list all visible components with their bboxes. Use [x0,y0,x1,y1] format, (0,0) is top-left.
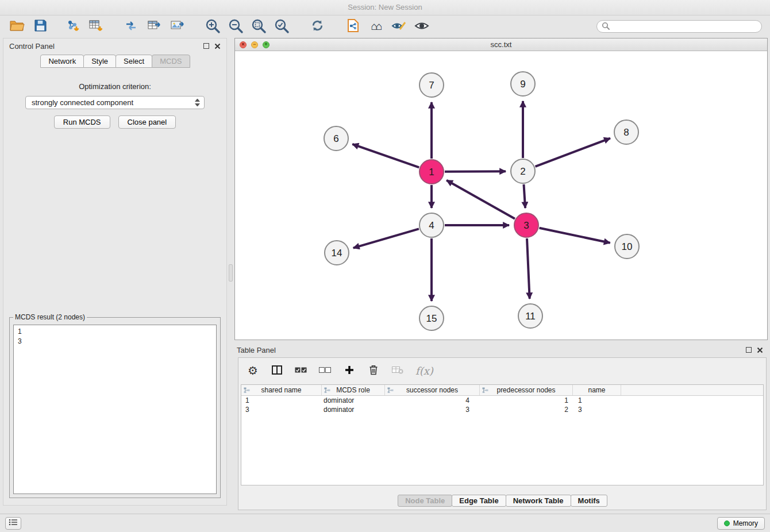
mcds-result-group: MCDS result (2 nodes) 1 3 [9,313,221,498]
close-table-panel-icon[interactable] [757,347,763,353]
export-image-button[interactable] [168,18,186,35]
table-header-row: shared name MCDS role successor nodes pr… [241,385,763,396]
tab-motifs[interactable]: Motifs [571,495,607,507]
search-input[interactable] [610,22,757,30]
graph-node-6[interactable]: 6 [324,126,348,151]
refresh-layout-button[interactable] [308,18,326,35]
graph-node-4[interactable]: 4 [419,213,444,237]
graph-node-1[interactable]: 1 [419,160,444,184]
memory-label: Memory [733,519,758,527]
zoom-selected-button[interactable] [272,18,291,35]
column-header-successor-nodes[interactable]: successor nodes [385,385,480,395]
delete-table-button[interactable] [391,362,404,379]
tab-style[interactable]: Style [83,55,116,68]
close-panel-icon[interactable] [214,43,221,49]
edge-3-11[interactable] [527,238,530,299]
open-session-button[interactable] [8,18,26,35]
export-network-button[interactable] [122,18,140,35]
zoom-in-button[interactable] [203,18,222,35]
column-header-shared-name[interactable]: shared name [241,385,322,395]
tab-network-table[interactable]: Network Table [506,495,571,507]
cell-predecessor-nodes[interactable]: 2 [480,406,573,414]
cell-shared-name[interactable]: 1 [241,396,322,404]
deselect-all-columns-button[interactable] [319,362,332,379]
window-titlebar: Session: New Session [0,0,770,16]
graph-node-11[interactable]: 11 [518,304,542,328]
graph-node-3[interactable]: 3 [514,213,538,237]
window-title: Session: New Session [348,3,422,11]
column-header-mcds-role[interactable]: MCDS role [322,385,385,395]
cell-mcds-role[interactable]: dominator [322,396,385,404]
function-builder-button[interactable]: f(x) [415,362,433,379]
table-row[interactable]: 3 dominator 3 2 3 [241,405,763,414]
refresh-icon [310,18,325,34]
task-history-button[interactable] [5,517,21,530]
search-box [596,20,762,33]
network-canvas[interactable]: 7968124314101511 [235,52,767,340]
show-hide-graphics-button[interactable] [413,18,431,35]
tab-edge-table[interactable]: Edge Table [452,495,506,507]
edge-1-6[interactable] [352,144,419,168]
graph-node-8[interactable]: 8 [614,120,638,144]
select-all-columns-button[interactable] [295,362,307,379]
edge-2-8[interactable] [536,138,610,167]
network-view-window: scc.txt × − + 7968124314101511 [234,38,768,340]
import-table-button[interactable] [86,18,105,35]
network-overview-button[interactable]: ⌂⌂ [367,18,385,35]
run-mcds-button[interactable]: Run MCDS [54,115,110,129]
cell-name[interactable]: 3 [573,406,621,414]
columns-icon [272,365,282,376]
cell-successor-nodes[interactable]: 3 [385,406,480,414]
mcds-result-title: MCDS result (2 nodes) [13,313,87,321]
tab-select[interactable]: Select [116,55,152,68]
memory-button[interactable]: Memory [717,517,765,530]
cell-shared-name[interactable]: 3 [241,406,322,414]
mcds-result-list[interactable]: 1 3 [13,325,217,494]
tab-network[interactable]: Network [40,55,84,68]
close-panel-button[interactable]: Close panel [118,115,176,129]
cell-predecessor-nodes[interactable]: 1 [480,396,573,404]
graph-node-7[interactable]: 7 [419,73,444,97]
table-settings-button[interactable]: ⚙ [247,362,259,379]
import-network-icon [66,19,80,34]
dropdown-value: strongly connected component [32,98,133,107]
table-row[interactable]: 1 dominator 4 1 1 [241,396,763,405]
delete-column-button[interactable] [367,362,380,379]
graph-node-14[interactable]: 14 [325,241,349,265]
graph-node-10[interactable]: 10 [615,234,639,259]
edge-2-3[interactable] [523,184,525,208]
panel-splitter-handle[interactable] [229,264,233,282]
float-panel-icon[interactable] [203,43,209,49]
cell-name[interactable]: 1 [573,396,621,404]
toggle-column-view-button[interactable] [271,362,283,379]
column-header-predecessor-nodes[interactable]: predecessor nodes [480,385,573,395]
create-column-button[interactable] [343,362,356,379]
graph-node-9[interactable]: 9 [511,72,535,96]
save-session-button[interactable] [31,18,49,35]
edge-4-14[interactable] [353,229,419,248]
cell-mcds-role[interactable]: dominator [322,406,385,414]
network-graph[interactable]: 7968124314101511 [235,52,767,340]
tab-mcds[interactable]: MCDS [152,55,190,68]
column-header-name[interactable]: name [573,385,621,395]
optimization-criterion-select[interactable]: strongly connected component [25,96,205,109]
tab-node-table[interactable]: Node Table [398,495,452,507]
export-table-button[interactable] [145,18,163,35]
edge-1-2[interactable] [445,171,506,172]
annotation-eye-button[interactable] [390,18,408,35]
export-table-icon [147,19,161,34]
network-snapshot-button[interactable] [344,18,362,35]
cell-successor-nodes[interactable]: 4 [385,396,480,404]
import-table-icon [88,19,103,34]
import-network-button[interactable] [63,18,82,35]
zoom-fit-button[interactable] [249,18,268,35]
svg-text:2: 2 [520,166,525,177]
fx-icon: f(x) [415,365,433,377]
plus-icon [345,365,354,376]
graph-node-15[interactable]: 15 [419,306,444,330]
float-table-panel-icon[interactable] [746,347,752,353]
edge-3-1[interactable] [446,180,515,219]
graph-node-2[interactable]: 2 [511,159,535,183]
edge-3-10[interactable] [540,228,610,243]
zoom-out-button[interactable] [226,18,245,35]
